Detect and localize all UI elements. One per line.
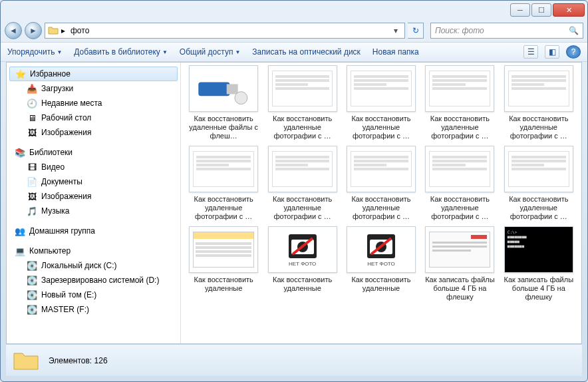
sidebar-item-pictures[interactable]: 🖼Изображения — [7, 125, 180, 140]
file-label: Как восстановить удаленные фотографии с … — [502, 114, 576, 140]
help-button[interactable]: ? — [566, 45, 581, 59]
file-list[interactable]: Как восстановить удаленные файлы с флеш…… — [181, 63, 581, 343]
close-button[interactable]: ✕ — [553, 3, 585, 17]
file-label: Как восстановить удаленные фотографии с … — [344, 114, 418, 140]
search-icon: 🔍 — [569, 26, 579, 35]
help-icon: ? — [571, 47, 576, 57]
status-bar: Элементов: 126 — [6, 344, 582, 376]
titlebar[interactable]: ─ ☐ ✕ — [1, 1, 587, 19]
file-item[interactable]: Как восстановить удаленные фотографии с … — [422, 65, 497, 140]
organize-menu[interactable]: Упорядочить▼ — [7, 47, 62, 57]
sidebar-item-videos[interactable]: 🎞Видео — [7, 160, 180, 174]
file-item[interactable]: C:\>■■■■■■■■■■■■■■■■■■■■Как записать фай… — [502, 226, 576, 301]
sidebar-item-music[interactable]: 🎵Музыка — [7, 204, 180, 218]
file-item[interactable]: Как восстановить удаленные фотографии с … — [422, 146, 497, 221]
file-thumbnail — [268, 146, 337, 192]
file-item[interactable]: Как восстановить удаленные фотографии с … — [265, 146, 339, 221]
file-thumbnail: НЕТ ФОТО — [268, 226, 337, 273]
file-thumbnail — [347, 146, 416, 192]
minimize-button[interactable]: ─ — [510, 3, 530, 17]
file-item[interactable]: Как восстановить удаленные фотографии с … — [502, 146, 576, 221]
file-thumbnail — [425, 146, 494, 192]
svg-rect-0 — [198, 83, 229, 96]
sidebar-item-drive-e[interactable]: 💽Новый том (E:) — [7, 287, 180, 302]
file-item[interactable]: Как восстановить удаленные — [186, 226, 261, 301]
sidebar-favorites[interactable]: ⭐ Избранное — [9, 67, 178, 81]
file-item[interactable]: Как восстановить удаленные файлы с флеш… — [186, 65, 261, 140]
drive-icon: 💽 — [27, 260, 37, 271]
file-label: Как записать файлы больше 4 ГБ на флешку — [502, 276, 576, 301]
file-item[interactable]: НЕТ ФОТОКак восстановить удаленные — [265, 226, 339, 301]
file-thumbnail — [504, 146, 573, 192]
pane-icon: ◧ — [549, 47, 556, 57]
file-thumbnail — [268, 65, 337, 112]
burn-button[interactable]: Записать на оптический диск — [252, 47, 361, 57]
sidebar-libraries[interactable]: 📚 Библиотеки — [7, 145, 180, 160]
sidebar-item-drive-d[interactable]: 💽Зарезервировано системой (D:) — [7, 273, 180, 287]
sidebar-item-recent[interactable]: 🕘Недавние места — [7, 96, 180, 110]
homegroup-group: 👥 Домашняя группа — [7, 224, 180, 238]
back-button[interactable]: ◄ — [5, 22, 22, 39]
video-icon: 🎞 — [27, 162, 37, 172]
file-item[interactable]: Как записать файлы больше 4 ГБ на флешку — [422, 226, 497, 301]
sidebar-computer[interactable]: 💻 Компьютер — [7, 244, 180, 258]
refresh-icon: ↻ — [412, 26, 419, 35]
file-thumbnail — [504, 65, 573, 112]
address-dropdown[interactable]: ▾ — [390, 26, 402, 35]
share-menu[interactable]: Общий доступ▼ — [180, 47, 241, 57]
file-label: Как восстановить удаленные фотографии с … — [422, 114, 497, 140]
search-input[interactable]: Поиск: фото 🔍 — [430, 23, 583, 39]
file-thumbnail — [425, 226, 494, 273]
sidebar-item-desktop[interactable]: 🖥Рабочий стол — [7, 110, 180, 125]
arrow-right-icon: ► — [29, 26, 37, 35]
file-label: Как восстановить удаленные фотографии с … — [186, 195, 261, 221]
body: ⭐ Избранное 📥Загрузки 🕘Недавние места 🖥Р… — [6, 62, 582, 344]
file-item[interactable]: Как восстановить удаленные фотографии с … — [502, 65, 576, 140]
status-text: Элементов: 126 — [49, 356, 108, 365]
file-label: Как восстановить удаленные — [265, 276, 340, 293]
chevron-down-icon: ▼ — [162, 49, 168, 55]
file-thumbnail — [189, 226, 258, 273]
homegroup-icon: 👥 — [15, 226, 25, 236]
file-thumbnail — [189, 65, 258, 112]
sidebar-item-drive-f[interactable]: 💽MASTER (F:) — [7, 302, 180, 317]
drive-icon: 💽 — [27, 275, 37, 286]
file-thumbnail — [425, 65, 494, 112]
file-item[interactable]: Как восстановить удаленные фотографии с … — [344, 65, 418, 140]
refresh-button[interactable]: ↻ — [408, 23, 424, 39]
view-icon: ☰ — [527, 47, 535, 57]
add-to-library-menu[interactable]: Добавить в библиотеку▼ — [74, 47, 167, 57]
drive-icon: 💽 — [27, 304, 37, 315]
arrow-left-icon: ◄ — [9, 26, 17, 35]
file-label: Как восстановить удаленные фотографии с … — [344, 195, 418, 221]
sidebar-item-lib-pictures[interactable]: 🖼Изображения — [7, 189, 180, 204]
sidebar-item-drive-c[interactable]: 💽Локальный диск (C:) — [7, 258, 180, 273]
file-label: Как восстановить удаленные фотографии с … — [265, 114, 340, 140]
file-thumbnail — [347, 65, 416, 112]
maximize-button[interactable]: ☐ — [531, 3, 551, 17]
sidebar-homegroup[interactable]: 👥 Домашняя группа — [7, 224, 180, 238]
new-folder-button[interactable]: Новая папка — [372, 47, 419, 57]
preview-pane-button[interactable]: ◧ — [545, 45, 559, 59]
address-bar[interactable]: ▸ фото ▾ — [45, 23, 405, 39]
breadcrumb[interactable]: фото — [68, 26, 92, 35]
file-label: Как восстановить удаленные файлы с флеш… — [186, 114, 261, 140]
file-label: Как восстановить удаленные фотографии с … — [265, 195, 340, 221]
pictures-icon: 🖼 — [27, 191, 37, 202]
file-label: Как восстановить удаленные фотографии с … — [422, 195, 497, 221]
star-icon: ⭐ — [15, 69, 26, 79]
file-item[interactable]: Как восстановить удаленные фотографии с … — [265, 65, 339, 140]
navigation-pane[interactable]: ⭐ Избранное 📥Загрузки 🕘Недавние места 🖥Р… — [7, 63, 181, 343]
sidebar-item-documents[interactable]: 📄Документы — [7, 174, 180, 189]
file-item[interactable]: Как восстановить удаленные фотографии с … — [344, 146, 418, 221]
drive-icon: 💽 — [27, 289, 37, 300]
svg-point-2 — [235, 92, 247, 104]
file-label: Как восстановить удаленные — [186, 276, 261, 293]
computer-icon: 💻 — [15, 246, 25, 256]
forward-button[interactable]: ► — [25, 22, 42, 39]
sidebar-item-downloads[interactable]: 📥Загрузки — [7, 81, 180, 96]
breadcrumb-separator: ▸ — [61, 26, 65, 35]
file-item[interactable]: Как восстановить удаленные фотографии с … — [186, 146, 261, 221]
file-item[interactable]: НЕТ ФОТОКак восстановить удаленные — [344, 226, 418, 301]
view-options-button[interactable]: ☰ — [523, 45, 538, 59]
